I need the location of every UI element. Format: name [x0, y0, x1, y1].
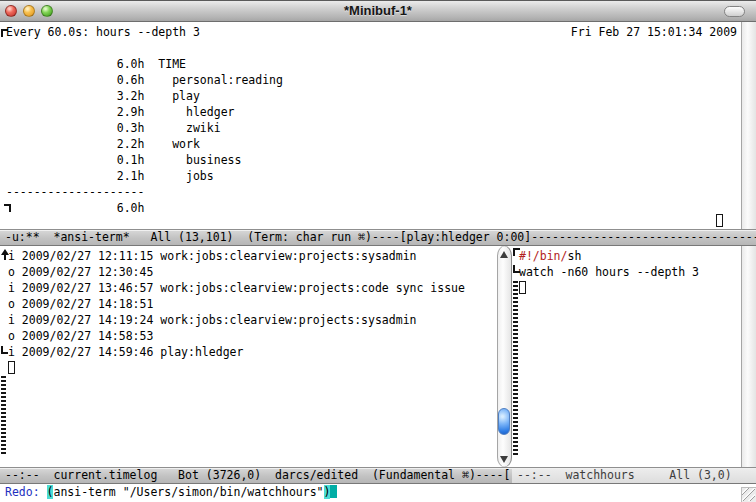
bottom-left-window-timelog[interactable]: i 2009/02/27 12:11:15 work:jobs:clearvie… — [0, 246, 497, 467]
window-title: *Minibuf-1* — [0, 0, 756, 22]
scroll-up-arrow-icon[interactable] — [500, 251, 508, 258]
mode-line-ansi-term[interactable]: -u:** *ansi-term* All (13,101) (Term: ch… — [0, 229, 756, 246]
toolbar-toggle-icon[interactable] — [724, 6, 745, 17]
top-window-ansi-term[interactable]: Every 60.0s: hours --depth 3 Fri Feb 27 … — [0, 22, 741, 229]
empty-lines-indicator — [513, 281, 518, 455]
bottom-right-window-watchhours[interactable]: #!/bin/sh watch -n60 hours --depth 3 — [512, 246, 741, 467]
shebang-path: #!/bin/ — [519, 249, 567, 263]
scroll-down-arrow-icon[interactable] — [500, 456, 508, 463]
buffer-end-corner-icon — [4, 204, 11, 212]
minibuffer-command: ansi-term "/Users/simon/bin/watchhours" — [53, 485, 323, 499]
timelog-scrollbar[interactable] — [497, 246, 512, 467]
resize-grip-icon[interactable] — [741, 487, 756, 502]
title-bar[interactable]: *Minibuf-1* — [0, 0, 756, 22]
cursor-hollow — [519, 281, 526, 294]
cursor-block — [330, 485, 337, 498]
scrollbar-thumb[interactable] — [498, 408, 510, 435]
shebang-interpreter: sh — [567, 249, 581, 263]
mode-line-timelog[interactable]: --:-- current.timelog Bot (3726,0) darcs… — [0, 467, 512, 484]
hours-report: 6.0h TIME 0.6h personal:reading 3.2h pla… — [6, 56, 283, 216]
shebang-line: #!/bin/sh — [519, 248, 581, 264]
minibuffer-prompt: Redo: — [5, 485, 47, 499]
timelog-entries: i 2009/02/27 12:11:15 work:jobs:clearvie… — [8, 248, 465, 360]
buffer-bottom-corner-icon — [1, 346, 8, 354]
cursor-hollow — [8, 361, 15, 374]
minibuffer[interactable]: Redo: (ansi-term "/Users/simon/bin/watch… — [0, 484, 756, 502]
empty-lines-indicator — [1, 376, 6, 456]
cursor-hollow — [716, 214, 723, 227]
watch-command-line: watch -n60 hours --depth 3 — [519, 264, 699, 280]
top-window-scrollbar[interactable] — [741, 22, 756, 229]
mode-line-watchhours[interactable]: --:-- watchhours All (3,0) — [512, 467, 756, 484]
watch-timestamp: Fri Feb 27 15:01:34 2009 — [571, 24, 737, 40]
emacs-frame: *Minibuf-1* Every 60.0s: hours --depth 3… — [0, 0, 756, 502]
watchhours-scrollbar[interactable] — [741, 246, 756, 467]
close-paren-highlight: ) — [324, 485, 331, 499]
watch-header: Every 60.0s: hours --depth 3 — [6, 24, 200, 40]
